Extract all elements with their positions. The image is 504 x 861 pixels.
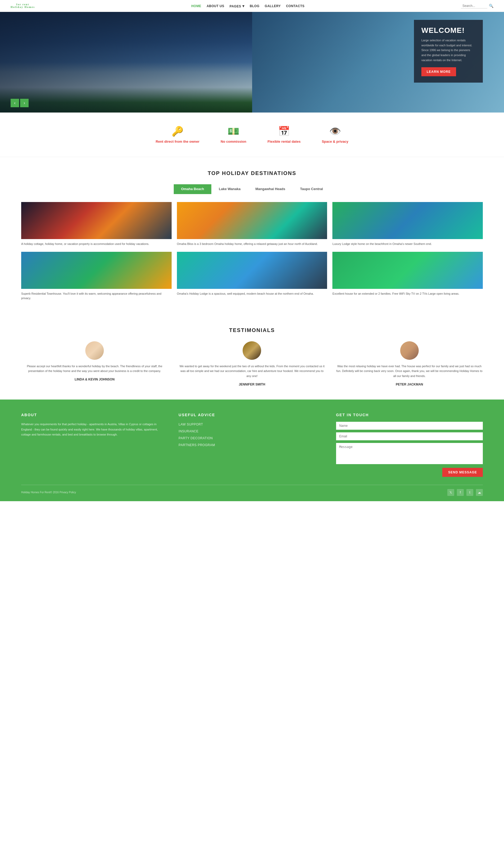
nav-item-blog[interactable]: BLOG <box>250 3 260 8</box>
property-image-5 <box>332 252 483 289</box>
property-image-0 <box>21 202 172 239</box>
testimonial-2: Was the most relaxing holiday we have ev… <box>336 341 483 386</box>
footer: ABOUT Whatever you requirements for that… <box>0 399 504 501</box>
testimonial-avatar-0 <box>85 341 104 360</box>
feature-label-1: No commission <box>221 139 246 144</box>
testimonial-name-0: LINDA & KEVIN JOHNSON <box>21 378 168 381</box>
tab-omaha-beach[interactable]: Omaha Beach <box>174 184 212 194</box>
testimonial-avatar-1 <box>243 341 261 360</box>
nav-item-about[interactable]: ABOUT US <box>207 3 224 8</box>
property-card-3: Superb Residential Townhouse. You'll lov… <box>21 252 172 301</box>
destinations-section: TOP HOLIDAY DESTINATIONS Omaha Beach Lak… <box>0 157 504 314</box>
feature-icon-0: 🔑 <box>156 126 200 137</box>
tab-lake-wanaka[interactable]: Lake Wanaka <box>212 184 248 194</box>
destination-tabs: Omaha Beach Lake Wanaka Mangawhai Heads … <box>21 184 483 194</box>
footer-advice-title: USEFUL ADVICE <box>178 413 325 417</box>
feature-icon-1: 💵 <box>221 126 246 137</box>
logo-name: Holiday Homes <box>11 6 35 9</box>
testimonial-name-2: PETER JACKMAN <box>336 383 483 386</box>
feature-label-3: Space & privacy <box>322 139 348 144</box>
feature-label-0: Rent direct from the owner <box>156 139 200 144</box>
property-desc-5: Excellent house for an extended or 2 fam… <box>332 291 483 296</box>
destinations-title: TOP HOLIDAY DESTINATIONS <box>21 170 483 176</box>
footer-about: ABOUT Whatever you requirements for that… <box>21 413 168 477</box>
testimonial-text-0: Please accept our heartfelt thanks for a… <box>21 364 168 373</box>
contact-email-input[interactable] <box>336 432 483 440</box>
property-desc-3: Superb Residential Townhouse. You'll lov… <box>21 291 172 301</box>
footer-link-0[interactable]: LAW SUPPORT <box>178 422 325 426</box>
footer-contact: GET IN TOUCH SEND MESSAGE <box>336 413 483 477</box>
hero-cta-button[interactable]: LEARN MORE <box>421 67 456 76</box>
footer-copyright: Holiday Homes For Rent© 2016 Privacy Pol… <box>21 491 76 494</box>
hero-content: WELCOME! Large selection of vacation ren… <box>414 20 483 83</box>
property-desc-0: A holiday cottage, holiday home, or vaca… <box>21 242 172 246</box>
property-desc-4: Omaha's Holiday Lodge is a spacious, wel… <box>177 291 327 296</box>
navbar: for rent Holiday Homes HOME ABOUT US PAG… <box>0 0 504 12</box>
property-image-1 <box>177 202 327 239</box>
testimonials-grid: Please accept our heartfelt thanks for a… <box>21 341 483 386</box>
testimonial-1: We wanted to get away for the weekend ju… <box>178 341 325 386</box>
hero-arrows: ‹ › <box>11 99 29 107</box>
property-image-4 <box>177 252 327 289</box>
search-input[interactable] <box>461 3 487 9</box>
footer-link-2[interactable]: PARTY DECORATION <box>178 436 325 440</box>
features-section: 🔑 Rent direct from the owner 💵 No commis… <box>0 112 504 157</box>
feature-item-2: 📅 Flexible rental dates <box>268 126 301 144</box>
property-desc-1: Omaha Bliss is a 3 bedroom Omaha holiday… <box>177 242 327 246</box>
feature-item-3: 👁️ Space & privacy <box>322 126 348 144</box>
footer-contact-title: GET IN TOUCH <box>336 413 483 417</box>
footer-about-title: ABOUT <box>21 413 168 417</box>
search-icon[interactable]: 🔍 <box>489 4 493 8</box>
feature-item-1: 💵 No commission <box>221 126 246 144</box>
hero-next-button[interactable]: › <box>20 99 29 107</box>
properties-grid: A holiday cottage, holiday home, or vaca… <box>21 202 483 301</box>
hero-section: WELCOME! Large selection of vacation ren… <box>0 12 504 112</box>
nav-item-gallery[interactable]: GALLERY <box>265 3 281 8</box>
footer-links: LAW SUPPORT INSURANCE PARTY DECORATION P… <box>178 422 325 447</box>
footer-advice: USEFUL ADVICE LAW SUPPORT INSURANCE PART… <box>178 413 325 477</box>
testimonial-text-1: We wanted to get away for the weekend ju… <box>178 364 325 379</box>
footer-bottom: Holiday Homes For Rent© 2016 Privacy Pol… <box>21 485 483 496</box>
testimonial-avatar-2 <box>400 341 419 360</box>
nav-item-home[interactable]: HOME <box>191 3 201 8</box>
property-image-2 <box>332 202 483 239</box>
hero-description: Large selection of vacation rentals worl… <box>421 38 475 63</box>
testimonial-0: Please accept our heartfelt thanks for a… <box>21 341 168 386</box>
social-twitter[interactable]: 𝕏 <box>447 489 454 496</box>
testimonial-text-2: Was the most relaxing holiday we have ev… <box>336 364 483 379</box>
social-icons: 𝕏 f t ☁ <box>447 489 483 496</box>
testimonial-name-1: JENNIFER SMITH <box>178 383 325 386</box>
nav-item-pages[interactable]: PAGES ▾ <box>230 3 244 9</box>
social-facebook[interactable]: f <box>457 489 464 496</box>
nav-item-contacts[interactable]: CONTACTS <box>286 3 304 8</box>
testimonials-section: TESTIMONIALS Please accept our heartfelt… <box>0 314 504 399</box>
property-card-1: Omaha Bliss is a 3 bedroom Omaha holiday… <box>177 202 327 246</box>
footer-about-text: Whatever you requirements for that perfe… <box>21 422 168 437</box>
site-logo: for rent Holiday Homes <box>11 3 35 9</box>
contact-message-input[interactable] <box>336 443 483 464</box>
hero-title: WELCOME! <box>421 26 475 35</box>
footer-grid: ABOUT Whatever you requirements for that… <box>21 413 483 477</box>
property-desc-2: Luxury Lodge style home on the beachfron… <box>332 242 483 246</box>
nav-search: 🔍 <box>461 3 493 9</box>
property-card-5: Excellent house for an extended or 2 fam… <box>332 252 483 301</box>
tab-mangawhai-heads[interactable]: Mangawhai Heads <box>248 184 292 194</box>
social-rss[interactable]: ☁ <box>476 489 483 496</box>
feature-icon-2: 📅 <box>268 126 301 137</box>
property-card-4: Omaha's Holiday Lodge is a spacious, wel… <box>177 252 327 301</box>
property-card-2: Luxury Lodge style home on the beachfron… <box>332 202 483 246</box>
feature-icon-3: 👁️ <box>322 126 348 137</box>
footer-link-3[interactable]: PARTNERS PROGRAM <box>178 442 325 447</box>
nav-links: HOME ABOUT US PAGES ▾ BLOG GALLERY CONTA… <box>191 3 304 9</box>
footer-link-1[interactable]: INSURANCE <box>178 429 325 434</box>
hero-prev-button[interactable]: ‹ <box>11 99 19 107</box>
property-image-3 <box>21 252 172 289</box>
contact-send-button[interactable]: SEND MESSAGE <box>442 468 483 477</box>
testimonials-title: TESTIMONIALS <box>21 327 483 333</box>
contact-name-input[interactable] <box>336 422 483 430</box>
tab-taupo-central[interactable]: Taupo Central <box>292 184 330 194</box>
social-tumblr[interactable]: t <box>466 489 473 496</box>
feature-item-0: 🔑 Rent direct from the owner <box>156 126 200 144</box>
feature-label-2: Flexible rental dates <box>268 139 301 144</box>
property-card-0: A holiday cottage, holiday home, or vaca… <box>21 202 172 246</box>
